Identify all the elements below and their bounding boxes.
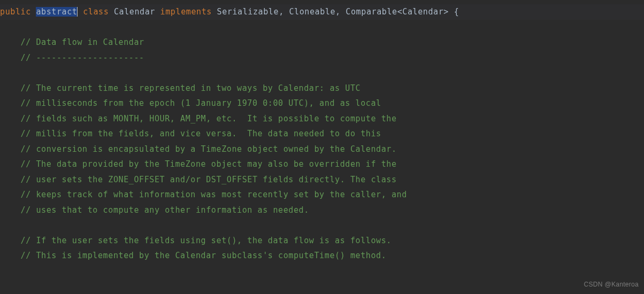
class-name: Calendar [114,7,155,17]
comment-text: // The current time is represented in tw… [21,83,361,93]
comment-text: // user sets the ZONE_OFFSET and/or DST_… [21,175,397,184]
code-line-comment: // keeps track of what information was m… [0,187,644,203]
keyword-abstract-highlighted: abstract [36,7,77,17]
code-line-comment: // If the user sets the fields using set… [0,233,644,249]
comment-text: // Data flow in Calendar [21,37,144,47]
keyword-public: public [0,7,31,17]
code-line-comment: // fields such as MONTH, HOUR, AM_PM, et… [0,111,644,127]
comment-text: // uses that to compute any other inform… [21,205,309,215]
comment-text: // millis from the fields, and vice vers… [21,129,381,138]
text-cursor [77,7,78,17]
code-line-comment: // millis from the fields, and vice vers… [0,126,644,142]
code-line-comment: // conversion is encapsulated by a TimeZ… [0,142,644,157]
interface-cloneable: Cloneable [289,7,335,17]
code-line-blank [0,65,644,81]
code-line-comment: // uses that to compute any other inform… [0,203,644,218]
type-parameter: Calendar [402,7,443,17]
comment-text: // --------------------- [21,53,144,63]
watermark: CSDN @Kanteroa [584,278,639,291]
comment-text: // keeps track of what information was m… [21,190,407,199]
comment-text: // If the user sets the fields using set… [21,236,392,245]
code-line-comment: // milliseconds from the epoch (1 Januar… [0,96,644,111]
comment-text: // conversion is encapsulated by a TimeZ… [21,144,397,154]
code-line-comment: // The current time is represented in tw… [0,81,644,96]
interface-comparable: Comparable [346,7,397,17]
code-line-comment: // Data flow in Calendar [0,35,644,50]
code-line-comment: // The data provided by the TimeZone obj… [0,157,644,172]
code-editor[interactable]: public abstract class Calendar implement… [0,0,644,264]
keyword-implements: implements [160,7,212,17]
code-line-comment: // This is implemented by the Calendar s… [0,248,644,264]
comment-text: // fields such as MONTH, HOUR, AM_PM, et… [21,114,397,123]
comment-text: // This is implemented by the Calendar s… [21,251,387,260]
keyword-class: class [83,7,109,17]
interface-serializable: Serializable [217,7,279,17]
brace-open: { [454,7,459,17]
comment-text: // milliseconds from the epoch (1 Januar… [21,98,381,108]
code-line-comment: // --------------------- [0,50,644,66]
code-line-blank [0,20,644,35]
code-line-declaration: public abstract class Calendar implement… [0,4,644,20]
code-line-comment: // user sets the ZONE_OFFSET and/or DST_… [0,172,644,188]
comment-text: // The data provided by the TimeZone obj… [21,159,397,169]
code-line-blank [0,218,644,233]
